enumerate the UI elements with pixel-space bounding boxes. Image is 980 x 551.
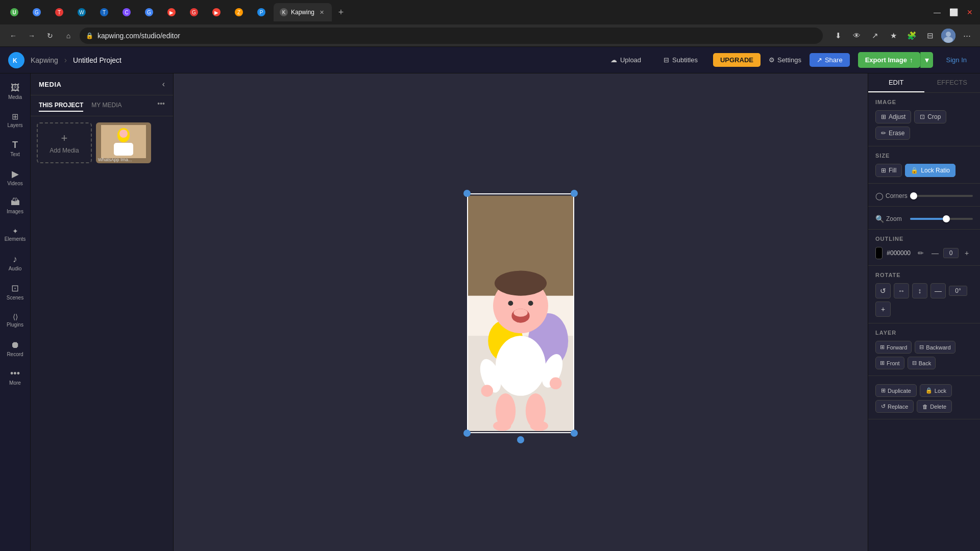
share-action-btn[interactable]: ↗ — [868, 29, 882, 43]
flip-v-btn[interactable]: ↕ — [912, 283, 927, 298]
adjust-button[interactable]: ⊞ Adjust — [875, 110, 911, 123]
reload-button[interactable]: ↻ — [43, 29, 57, 43]
forward-button[interactable]: ⊞ Forward — [875, 341, 912, 354]
brand-name[interactable]: Kapwing — [31, 56, 58, 64]
sidebar-item-images[interactable]: 🏔 Images — [2, 192, 29, 219]
tab-youtube1[interactable]: ▶ — [161, 3, 182, 21]
lock-label: Lock — [935, 388, 946, 394]
front-button[interactable]: ⊞ Front — [875, 357, 904, 369]
corners-slider-thumb[interactable] — [910, 192, 917, 199]
rotate-minus-btn[interactable]: — — [930, 283, 946, 298]
outline-value-input[interactable] — [943, 248, 959, 258]
address-bar[interactable]: 🔒 kapwing.com/studio/editor — [80, 28, 823, 44]
selection-handle-bottom-center[interactable] — [517, 436, 524, 443]
favorites-btn[interactable]: ★ — [886, 29, 900, 43]
tab-wordpress[interactable]: W — [71, 3, 92, 21]
rotate-angle-input[interactable] — [949, 286, 967, 296]
sign-in-button[interactable]: Sign In — [941, 53, 972, 67]
export-btn-group: Export Image ↑ ▾ — [858, 52, 933, 68]
forward-button[interactable]: → — [24, 29, 39, 43]
tab-google2[interactable]: G — [139, 3, 159, 21]
export-button[interactable]: Export Image ↑ — [858, 52, 920, 68]
selection-handle-top-right[interactable] — [571, 190, 578, 197]
flip-h-btn[interactable]: ↔ — [894, 283, 909, 298]
tab-zapier[interactable]: Z — [229, 3, 249, 21]
media-more-btn[interactable]: ••• — [157, 99, 165, 112]
back-button[interactable]: ⊟ Back — [908, 357, 936, 369]
tab-youtube2[interactable]: ▶ — [206, 3, 227, 21]
backward-button[interactable]: ⊟ Backward — [915, 341, 955, 354]
add-media-button[interactable]: + Add Media — [37, 122, 92, 163]
profile-avatar[interactable] — [941, 29, 955, 43]
download-action-btn[interactable]: ⬇ — [831, 29, 845, 43]
zoom-slider-thumb[interactable] — [943, 215, 950, 222]
tab-kapwing[interactable]: K Kapwing ✕ — [274, 3, 332, 21]
tab-this-project[interactable]: THIS PROJECT — [39, 99, 83, 112]
sidebar-item-text[interactable]: T Text — [2, 135, 29, 162]
corners-slider-track[interactable] — [910, 195, 973, 197]
sidebar-item-layers[interactable]: ⊞ Layers — [2, 106, 29, 134]
menu-btn[interactable]: ⋯ — [960, 29, 974, 43]
home-button[interactable]: ⌂ — [61, 29, 76, 43]
erase-button[interactable]: ✏ Erase — [875, 127, 910, 140]
sidebar-item-scenes[interactable]: ⊡ Scenes — [2, 278, 29, 305]
tab-plag[interactable]: P — [251, 3, 272, 21]
rotate-plus-btn[interactable]: + — [875, 302, 891, 317]
settings-button[interactable]: ⚙ Settings — [769, 56, 801, 64]
fill-button[interactable]: ⊞ Fill — [875, 164, 902, 177]
back-button[interactable]: ← — [6, 29, 20, 43]
main-canvas — [174, 73, 868, 551]
selection-handle-bottom-right[interactable] — [571, 430, 578, 437]
crop-button[interactable]: ⊡ Crop — [914, 110, 946, 123]
sidebar-item-media[interactable]: 🖼 Media — [2, 78, 29, 105]
win-minimize-btn[interactable]: — — [931, 6, 943, 18]
sidebar-item-more[interactable]: ••• More — [2, 363, 29, 391]
sidebar-item-record[interactable]: ⏺ Record — [2, 335, 29, 362]
selection-handle-top-left[interactable] — [463, 190, 471, 197]
selection-handle-bottom-left[interactable] — [463, 430, 471, 437]
media-thumbnail-1[interactable]: WhatsApp Ima... — [96, 122, 151, 163]
win-close-btn[interactable]: ✕ — [964, 6, 976, 18]
replace-button[interactable]: ↺ Replace — [875, 400, 914, 413]
export-dropdown-btn[interactable]: ▾ — [920, 52, 933, 68]
outline-plus-btn[interactable]: + — [961, 247, 973, 259]
collapse-media-panel-btn[interactable]: ‹ — [162, 80, 165, 89]
tab-close-btn[interactable]: ✕ — [317, 8, 326, 16]
extensions-btn[interactable]: 🧩 — [904, 29, 919, 43]
win-restore-btn[interactable]: ⬜ — [947, 6, 960, 18]
upgrade-button[interactable]: UPGRADE — [713, 53, 761, 67]
sidebar-item-plugins[interactable]: ⟨⟩ Plugins — [2, 306, 29, 334]
layers-label: Layers — [7, 122, 22, 128]
subtitles-button[interactable]: ⊟ Subtitles — [656, 53, 705, 67]
rotate-ccw-btn[interactable]: ↺ — [875, 283, 891, 298]
tab-canva[interactable]: C — [116, 3, 137, 21]
kapwing-logo[interactable]: K — [8, 52, 24, 68]
share-button[interactable]: ↗ Share — [810, 53, 850, 67]
tab-upwork[interactable]: U — [4, 3, 24, 21]
sidebar-item-videos[interactable]: ▶ Videos — [2, 163, 29, 191]
tab-my-media[interactable]: MY MEDIA — [91, 99, 121, 112]
tab-effects[interactable]: EFFECTS — [924, 73, 981, 92]
sidebar-item-audio[interactable]: ♪ Audio — [2, 249, 29, 277]
lock-ratio-button[interactable]: 🔒 Lock Ratio — [905, 164, 955, 177]
project-name[interactable]: Untitled Project — [73, 56, 121, 64]
upload-button[interactable]: ☁ Upload — [603, 53, 648, 67]
tab-tvtime[interactable]: T — [94, 3, 114, 21]
reader-mode-btn[interactable]: 👁 — [849, 29, 864, 43]
zoom-slider-track[interactable] — [910, 218, 973, 220]
canvas-image-container[interactable] — [467, 193, 574, 433]
duplicate-button[interactable]: ⊞ Duplicate — [875, 384, 917, 397]
tab-typewise[interactable]: T — [49, 3, 69, 21]
tab-edit[interactable]: EDIT — [868, 73, 924, 92]
sidebar-item-elements[interactable]: ✦ Elements — [2, 220, 29, 248]
split-view-btn[interactable]: ⊟ — [923, 29, 937, 43]
tab-git[interactable]: G — [184, 3, 204, 21]
delete-button[interactable]: 🗑 Delete — [917, 400, 952, 413]
outline-color-swatch[interactable] — [875, 247, 883, 259]
outline-pencil-btn[interactable]: ✏ — [915, 247, 927, 259]
tab-google1[interactable]: G — [27, 3, 47, 21]
outline-minus-btn[interactable]: — — [929, 247, 941, 259]
lock-button[interactable]: 🔒 Lock — [920, 384, 952, 397]
new-tab-button[interactable]: + — [334, 5, 348, 19]
audio-label: Audio — [9, 266, 22, 271]
